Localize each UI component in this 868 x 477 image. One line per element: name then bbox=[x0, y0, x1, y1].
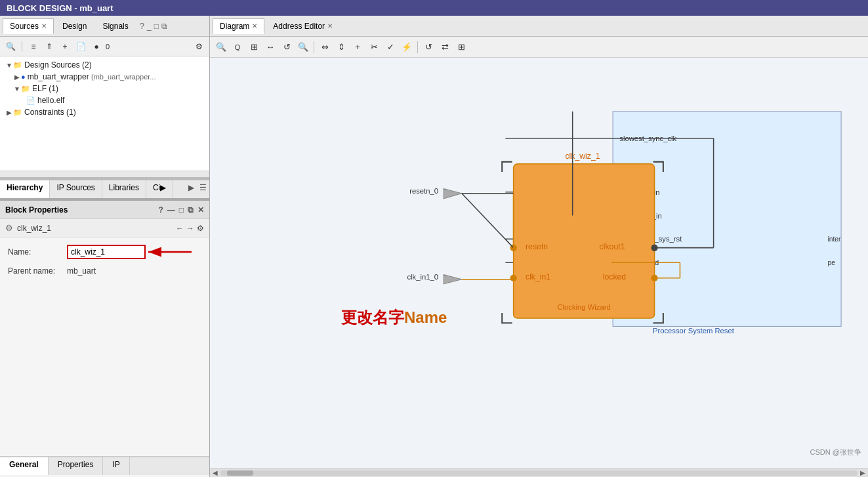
elf-file-icon: 📄 bbox=[26, 96, 35, 105]
tab-ip-sources[interactable]: IP Sources bbox=[50, 180, 102, 198]
tab-sources-close[interactable]: ✕ bbox=[41, 22, 47, 30]
settings-icon[interactable]: ⚙ bbox=[192, 40, 205, 53]
tree-item-hello-elf[interactable]: 📄 hello.elf bbox=[0, 94, 209, 106]
dt-search-icon[interactable]: 🔍 bbox=[296, 40, 310, 54]
bp-restore-icon[interactable]: □ bbox=[179, 205, 184, 215]
bp-close-icon[interactable]: ✕ bbox=[197, 205, 204, 215]
dt-reset-icon[interactable]: ↺ bbox=[421, 40, 436, 54]
app-title: BLOCK DESIGN - mb_uart bbox=[7, 3, 114, 13]
bp-tab-properties[interactable]: Properties bbox=[49, 457, 104, 475]
tab-signals-label: Signals bbox=[102, 22, 128, 31]
label-pe: pe bbox=[828, 259, 836, 266]
file-icon[interactable]: 📄 bbox=[74, 40, 87, 53]
block-props-content: Name: bbox=[0, 238, 209, 354]
dt-cut-icon[interactable]: ✂ bbox=[367, 40, 381, 54]
dt-h-icon[interactable]: ⇔ bbox=[318, 40, 332, 54]
dt-grid-icon[interactable]: ⊞ bbox=[454, 40, 468, 54]
bp-minimize-icon[interactable]: — bbox=[167, 205, 175, 215]
menu-icon[interactable]: ☰ bbox=[197, 180, 209, 198]
expand-icon[interactable]: ⇑ bbox=[43, 40, 56, 53]
tree-item-design-sources[interactable]: ▼ 📁 Design Sources (2) bbox=[0, 59, 209, 71]
prop-row-parent: Parent name: mb_uart bbox=[8, 266, 201, 276]
tab-libraries-label: Libraries bbox=[109, 183, 139, 192]
dt-move-icon[interactable]: ↔ bbox=[263, 40, 278, 54]
search-icon[interactable]: 🔍 bbox=[4, 40, 17, 53]
tree-label-wrapper: mb_uart_wrapper (mb_uart_wrapper... bbox=[28, 72, 156, 81]
tab-address-editor-close[interactable]: ✕ bbox=[327, 22, 333, 30]
sources-scrollbar-h[interactable] bbox=[0, 171, 209, 177]
scroll-track[interactable] bbox=[220, 470, 858, 476]
tab-design[interactable]: Design bbox=[55, 18, 94, 34]
bp-tab-ip[interactable]: IP bbox=[103, 457, 129, 475]
bp-spacer bbox=[0, 354, 209, 457]
tab-diagram-close[interactable]: ✕ bbox=[252, 22, 257, 30]
scroll-left-icon[interactable]: ◀ bbox=[213, 469, 218, 476]
tree-item-elf-group[interactable]: ▼ 📁 ELF (1) bbox=[0, 83, 209, 94]
tab-sources[interactable]: Sources ✕ bbox=[3, 18, 54, 34]
main-container: Sources ✕ Design Signals ? _ □ ⧉ 🔍 ≡ bbox=[0, 16, 868, 477]
tree-item-wrapper[interactable]: ▶ ● mb_uart_wrapper (mb_uart_wrapper... bbox=[0, 71, 209, 83]
sources-tree[interactable]: ▼ 📁 Design Sources (2) ▶ ● mb_uart_wrapp… bbox=[0, 56, 209, 171]
dt-validate-icon[interactable]: ✓ bbox=[383, 40, 398, 54]
locked-port-label: locked bbox=[603, 272, 627, 281]
folder-icon-elf: 📁 bbox=[21, 85, 30, 93]
tab-address-editor[interactable]: Address Editor ✕ bbox=[266, 18, 340, 34]
dt-run-icon[interactable]: ⚡ bbox=[400, 40, 414, 54]
tab-ci[interactable]: Ci▶ bbox=[146, 180, 173, 198]
tab-restore-icon[interactable]: □ bbox=[154, 22, 159, 31]
tab-diagram[interactable]: Diagram ✕ bbox=[213, 18, 264, 34]
sources-tab-bar: Sources ✕ Design Signals ? _ □ ⧉ bbox=[0, 16, 209, 37]
dt-fit-icon[interactable]: ⊞ bbox=[247, 40, 261, 54]
clk-wiz-1-top-label: clk_wiz_1 bbox=[565, 152, 600, 161]
tab-sources-label: Sources bbox=[10, 22, 39, 31]
dt-exchange-icon[interactable]: ⇄ bbox=[438, 40, 452, 54]
bp-max-icon[interactable]: ⧉ bbox=[188, 205, 194, 215]
tab-help-icon[interactable]: ? bbox=[140, 21, 144, 31]
tab-signals[interactable]: Signals bbox=[95, 18, 135, 34]
dt-sep-2 bbox=[417, 41, 418, 53]
bp-bottom-tabs: General Properties IP bbox=[0, 457, 209, 475]
left-panel: Sources ✕ Design Signals ? _ □ ⧉ 🔍 ≡ bbox=[0, 16, 210, 477]
folder-icon-ds: 📁 bbox=[13, 61, 22, 70]
block-props-header: Block Properties ? — □ ⧉ ✕ bbox=[0, 201, 209, 219]
bp-back-icon[interactable]: ← bbox=[176, 224, 184, 233]
tab-minimize-icon[interactable]: _ bbox=[147, 22, 152, 31]
dt-refresh-icon[interactable]: ↺ bbox=[279, 40, 294, 54]
clk-in1-port-label: clk_in1 bbox=[526, 272, 550, 281]
bp-settings-icon[interactable]: ⚙ bbox=[197, 224, 204, 233]
dt-add-icon[interactable]: + bbox=[350, 40, 365, 54]
diagram-scrollbar[interactable]: ◀ ▶ bbox=[210, 468, 868, 477]
name-input[interactable] bbox=[67, 245, 146, 259]
badge-count: 0 bbox=[106, 43, 110, 51]
bp-tab-general[interactable]: General bbox=[0, 457, 49, 475]
scroll-right-icon[interactable]: ▶ bbox=[860, 469, 865, 476]
title-bar: BLOCK DESIGN - mb_uart bbox=[0, 0, 868, 16]
diagram-canvas[interactable]: slowest_sync_clk ext_reset_in aux_reset_… bbox=[210, 58, 868, 468]
scroll-thumb[interactable] bbox=[227, 470, 253, 476]
sources-section: Sources ✕ Design Signals ? _ □ ⧉ 🔍 ≡ bbox=[0, 16, 209, 199]
arrow-ds: ▼ bbox=[5, 62, 13, 69]
dt-zoom-out-icon[interactable]: Q bbox=[230, 40, 245, 54]
annotation-english: Name bbox=[404, 308, 447, 326]
more-icon[interactable]: ▶ bbox=[186, 180, 197, 198]
clkout1-port-label: clkout1 bbox=[600, 242, 625, 251]
source-bottom-tabs: Hierarchy IP Sources Libraries Ci▶ ▶ ☰ bbox=[0, 180, 209, 198]
collapse-icon[interactable]: ≡ bbox=[27, 40, 40, 53]
svg-line-17 bbox=[462, 194, 514, 248]
tab-hierarchy[interactable]: Hierarchy bbox=[0, 180, 50, 198]
tab-libraries[interactable]: Libraries bbox=[102, 180, 146, 198]
add-icon[interactable]: + bbox=[58, 40, 72, 53]
dt-v-icon[interactable]: ⇕ bbox=[334, 40, 348, 54]
processor-system-reset-label: Processor System Reset bbox=[653, 327, 735, 335]
bp-help-icon[interactable]: ? bbox=[158, 205, 163, 215]
circle-icon[interactable]: ● bbox=[90, 40, 103, 53]
red-arrow-svg bbox=[146, 244, 198, 260]
bp-forward-icon[interactable]: → bbox=[186, 224, 194, 233]
tab-max-icon[interactable]: ⧉ bbox=[161, 22, 167, 31]
tree-item-constraints[interactable]: ▶ 📁 Constraints (1) bbox=[0, 106, 209, 118]
label-inter: inter bbox=[828, 236, 841, 243]
svg-rect-11 bbox=[514, 164, 655, 318]
dt-zoom-in-icon[interactable]: 🔍 bbox=[214, 40, 228, 54]
annotation-chinese: 更改名字 bbox=[341, 308, 404, 326]
component-name-label: clk_wiz_1 bbox=[17, 224, 51, 233]
